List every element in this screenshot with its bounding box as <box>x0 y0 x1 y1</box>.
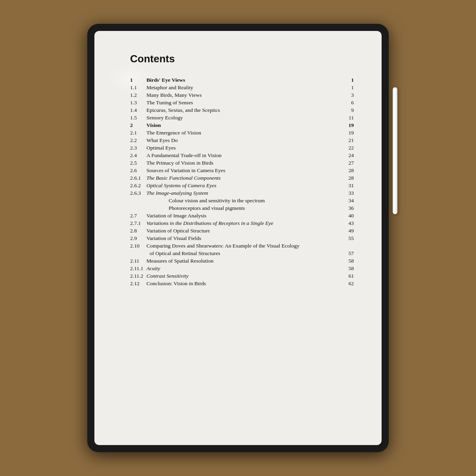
subsection-2-11-2-num: 2.11.2 <box>130 273 146 280</box>
subsection-2-6-1-title: The Basic Functional Components <box>146 174 336 182</box>
item-photoreceptors-page: 36 <box>336 204 354 212</box>
subsection-2-6-2-title: Optical Systems of Camera Eyes <box>146 182 336 189</box>
tablet-screen: Contents 1 Birds' Eye Views 1 1.1 Metaph… <box>94 31 382 445</box>
subsection-2-6-3-title: The Image-analysing System <box>146 189 336 197</box>
section-2-1-page: 19 <box>336 129 354 136</box>
section-1-4-page: 9 <box>336 106 354 114</box>
subsection-2-7-1: 2.7.1 Variations in the Distributions of… <box>130 219 354 227</box>
section-1-1-title: Metaphor and Reality <box>146 84 336 91</box>
subsection-2-11-2-title: Contrast Sensitivity <box>146 273 336 280</box>
section-1-3-num: 1.3 <box>130 99 146 106</box>
section-2-11-page: 58 <box>336 257 354 265</box>
chapter-1-row: 1 Birds' Eye Views 1 <box>130 76 354 84</box>
subsection-2-6-1: 2.6.1 The Basic Functional Components 28 <box>130 174 354 182</box>
section-2-9-page: 55 <box>336 234 354 242</box>
section-2-10-cont: of Optical and Retinal Structures 57 <box>130 250 354 257</box>
stylus <box>393 87 397 214</box>
section-2-3-title: Optimal Eyes <box>146 144 336 152</box>
section-2-5-title: The Primacy of Vision in Birds <box>146 159 336 167</box>
section-2-3: 2.3 Optimal Eyes 22 <box>130 144 354 152</box>
section-2-3-page: 22 <box>336 144 354 152</box>
subsection-2-7-1-title: Variations in the Distributions of Recep… <box>146 219 336 227</box>
subsection-2-11-2-page: 61 <box>336 273 354 280</box>
section-2-2-num: 2.2 <box>130 136 146 144</box>
section-2-4-title: A Fundamental Trade-off in Vision <box>146 152 336 159</box>
item-colour-vision-page: 34 <box>336 197 354 204</box>
section-1-2-page: 3 <box>336 91 354 99</box>
section-2-8-title: Variation of Optical Structure <box>146 227 336 234</box>
subsection-2-11-1-num: 2.11.1 <box>130 265 146 273</box>
subsection-2-11-1-title: Acuity <box>146 265 336 273</box>
section-1-2-title: Many Birds, Many Views <box>146 91 336 99</box>
section-1-5: 1.5 Sensory Ecology 11 <box>130 114 354 121</box>
subsection-2-7-1-page: 43 <box>336 219 354 227</box>
section-2-4-num: 2.4 <box>130 152 146 159</box>
section-1-1-page: 1 <box>336 84 354 91</box>
section-1-2: 1.2 Many Birds, Many Views 3 <box>130 91 354 99</box>
subsection-2-6-3: 2.6.3 The Image-analysing System 33 <box>130 189 354 197</box>
subsection-2-7-1-num: 2.7.1 <box>130 219 146 227</box>
subsection-2-6-2-page: 31 <box>336 182 354 189</box>
section-1-5-title: Sensory Ecology <box>146 114 336 121</box>
section-2-12-num: 2.12 <box>130 280 146 288</box>
section-2-11-title: Measures of Spatial Resolution <box>146 257 336 265</box>
section-2-12: 2.12 Conclusion: Vision in Birds 62 <box>130 280 354 288</box>
chapter-1-title: Birds' Eye Views <box>146 76 336 84</box>
subsection-2-6-3-num: 2.6.3 <box>130 189 146 197</box>
section-2-9: 2.9 Variation of Visual Fields 55 <box>130 234 354 242</box>
section-1-5-page: 11 <box>336 114 354 121</box>
section-1-3-page: 6 <box>336 99 354 106</box>
section-2-6-title: Sources of Variation in Camera Eyes <box>146 167 336 174</box>
section-2-6-page: 28 <box>336 167 354 174</box>
subsection-2-6-1-num: 2.6.1 <box>130 174 146 182</box>
section-2-5-page: 27 <box>336 159 354 167</box>
subsection-2-6-2: 2.6.2 Optical Systems of Camera Eyes 31 <box>130 182 354 189</box>
section-2-1-title: The Emergence of Vision <box>146 129 336 136</box>
subsection-2-6-2-num: 2.6.2 <box>130 182 146 189</box>
section-2-5-num: 2.5 <box>130 159 146 167</box>
section-2-6: 2.6 Sources of Variation in Camera Eyes … <box>130 167 354 174</box>
section-2-9-num: 2.9 <box>130 234 146 242</box>
section-1-3-title: The Tuning of Senses <box>146 99 336 106</box>
section-1-4: 1.4 Epicurus, Sextus, and the Sceptics 9 <box>130 106 354 114</box>
section-2-11-num: 2.11 <box>130 257 146 265</box>
section-2-2-page: 21 <box>336 136 354 144</box>
item-colour-vision: Colour vision and sensitivity in the spe… <box>130 197 354 204</box>
section-2-8: 2.8 Variation of Optical Structure 49 <box>130 227 354 234</box>
section-2-2-title: What Eyes Do <box>146 136 336 144</box>
section-2-4: 2.4 A Fundamental Trade-off in Vision 24 <box>130 152 354 159</box>
section-2-7-title: Variation of Image Analysis <box>146 212 336 219</box>
subsection-2-11-1-page: 58 <box>336 265 354 273</box>
section-2-10-num: 2.10 <box>130 242 146 250</box>
section-1-2-num: 1.2 <box>130 91 146 99</box>
section-2-6-num: 2.6 <box>130 167 146 174</box>
section-1-4-title: Epicurus, Sextus, and the Sceptics <box>146 106 336 114</box>
section-2-7: 2.7 Variation of Image Analysis 40 <box>130 212 354 219</box>
section-2-2: 2.2 What Eyes Do 21 <box>130 136 354 144</box>
section-1-5-num: 1.5 <box>130 114 146 121</box>
subsection-2-11-1: 2.11.1 Acuity 58 <box>130 265 354 273</box>
section-2-11: 2.11 Measures of Spatial Resolution 58 <box>130 257 354 265</box>
section-2-10-page2: 57 <box>336 250 354 257</box>
section-2-10: 2.10 Comparing Doves and Shearwaters: An… <box>130 242 354 250</box>
section-2-9-title: Variation of Visual Fields <box>146 234 336 242</box>
toc-table: 1 Birds' Eye Views 1 1.1 Metaphor and Re… <box>130 76 354 288</box>
subsection-2-11-2: 2.11.2 Contrast Sensitivity 61 <box>130 273 354 280</box>
section-2-7-page: 40 <box>336 212 354 219</box>
section-2-12-title: Conclusion: Vision in Birds <box>146 280 336 288</box>
section-2-8-page: 49 <box>336 227 354 234</box>
section-2-10-title2: of Optical and Retinal Structures <box>146 250 336 257</box>
item-photoreceptors: Photoreceptors and visual pigments 36 <box>130 204 354 212</box>
subsection-2-6-1-page: 28 <box>336 174 354 182</box>
item-colour-vision-title: Colour vision and sensitivity in the spe… <box>146 197 336 204</box>
section-2-5: 2.5 The Primacy of Vision in Birds 27 <box>130 159 354 167</box>
chapter-1-num: 1 <box>130 76 146 84</box>
chapter-2-row: 2 Vision 19 <box>130 121 354 129</box>
item-photoreceptors-title: Photoreceptors and visual pigments <box>146 204 336 212</box>
tablet-frame: Contents 1 Birds' Eye Views 1 1.1 Metaph… <box>87 24 389 452</box>
section-2-8-num: 2.8 <box>130 227 146 234</box>
section-1-4-num: 1.4 <box>130 106 146 114</box>
section-2-10-title: Comparing Doves and Shearwaters: An Exam… <box>146 242 336 250</box>
section-2-1-num: 2.1 <box>130 129 146 136</box>
page-title: Contents <box>130 53 354 65</box>
